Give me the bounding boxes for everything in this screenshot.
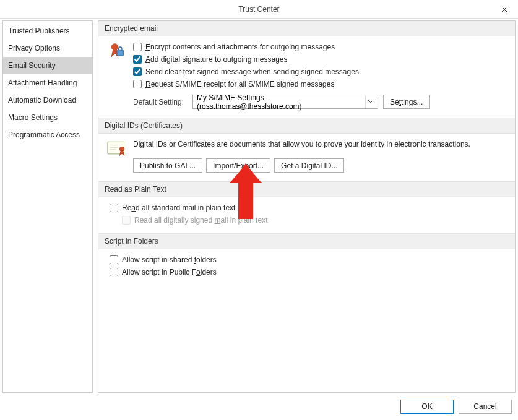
ribbon-lock-icon	[107, 43, 127, 60]
window-title: Trust Center	[238, 5, 279, 14]
section-body-digital-ids: Digital IDs or Certificates are document…	[98, 134, 515, 181]
sidebar-item-label: Macro Settings	[8, 113, 58, 122]
sidebar-item-programmatic-access[interactable]: Programmatic Access	[3, 126, 92, 144]
sidebar-item-label: Attachment Handling	[8, 79, 77, 87]
sidebar-item-label: Automatic Download	[8, 96, 76, 105]
checkbox-sign[interactable]	[133, 55, 142, 64]
section-header-script: Script in Folders	[98, 233, 515, 249]
label-cleartext: Send clear text signed message when send…	[145, 67, 359, 76]
publish-to-gal-button[interactable]: Publish to GAL...	[133, 158, 202, 173]
label-encrypt: Encrypt contents and attachments for out…	[145, 43, 335, 51]
settings-button[interactable]: Settings...	[383, 95, 430, 109]
dialog-body: Trusted Publishers Privacy Options Email…	[0, 19, 518, 393]
label-sign: Add digital signature to outgoing messag…	[145, 55, 288, 64]
label-read-signed-plain: Read all digitally signed mail in plain …	[134, 216, 267, 225]
section-header-plaintext: Read as Plain Text	[98, 181, 515, 197]
titlebar: Trust Center	[0, 0, 518, 19]
cancel-button[interactable]: Cancel	[459, 400, 512, 414]
dropdown-value: My S/MIME Settings (ross.thomas@thesslst…	[197, 93, 365, 111]
label-receipt: Request S/MIME receipt for all S/MIME si…	[145, 80, 334, 88]
digital-id-description: Digital IDs or Certificates are document…	[133, 140, 506, 148]
sidebar-item-label: Email Security	[8, 61, 56, 70]
content-panel: Encrypted email Encrypt contents and att…	[98, 20, 516, 393]
sidebar-item-macro-settings[interactable]: Macro Settings	[3, 109, 92, 126]
label-read-plain: Read all standard mail in plain text	[122, 204, 235, 212]
label-script-public: Allow script in Public Folders	[122, 268, 217, 276]
section-header-digital-ids: Digital IDs (Certificates)	[98, 118, 515, 134]
sidebar-item-trusted-publishers[interactable]: Trusted Publishers	[3, 22, 92, 40]
checkbox-script-shared[interactable]	[110, 255, 118, 264]
svg-rect-1	[117, 50, 124, 56]
section-body-script: Allow script in shared folders Allow scr…	[98, 249, 515, 285]
sidebar-item-label: Privacy Options	[8, 44, 60, 53]
section-body-encrypted: Encrypt contents and attachments for out…	[98, 36, 515, 118]
checkbox-script-public[interactable]	[110, 268, 118, 276]
checkbox-encrypt[interactable]	[133, 43, 142, 51]
checkbox-read-signed-plain	[122, 216, 131, 225]
certificate-icon	[107, 140, 127, 157]
get-digital-id-button[interactable]: Get a Digital ID...	[274, 158, 344, 173]
sidebar-item-email-security[interactable]: Email Security	[3, 57, 92, 74]
checkbox-cleartext[interactable]	[133, 67, 142, 76]
sidebar: Trusted Publishers Privacy Options Email…	[2, 20, 93, 393]
sidebar-item-label: Trusted Publishers	[8, 27, 70, 35]
dialog-footer: OK Cancel	[0, 393, 518, 420]
label-script-shared: Allow script in shared folders	[122, 255, 217, 264]
section-body-plaintext: Read all standard mail in plain text Rea…	[98, 197, 515, 233]
close-icon	[501, 6, 507, 12]
import-export-button[interactable]: Import/Export...	[206, 158, 270, 173]
default-setting-dropdown[interactable]: My S/MIME Settings (ross.thomas@thesslst…	[192, 95, 378, 109]
checkbox-read-plain[interactable]	[110, 204, 118, 212]
chevron-down-icon	[365, 95, 375, 108]
sidebar-item-privacy-options[interactable]: Privacy Options	[3, 40, 92, 57]
checkbox-receipt[interactable]	[133, 80, 142, 88]
sidebar-item-label: Programmatic Access	[8, 131, 80, 139]
sidebar-item-attachment-handling[interactable]: Attachment Handling	[3, 74, 92, 92]
default-setting-label: Default Setting:	[133, 98, 188, 106]
sidebar-item-automatic-download[interactable]: Automatic Download	[3, 92, 92, 109]
ok-button[interactable]: OK	[400, 400, 454, 414]
section-header-encrypted: Encrypted email	[98, 21, 515, 36]
close-button[interactable]	[490, 0, 518, 19]
